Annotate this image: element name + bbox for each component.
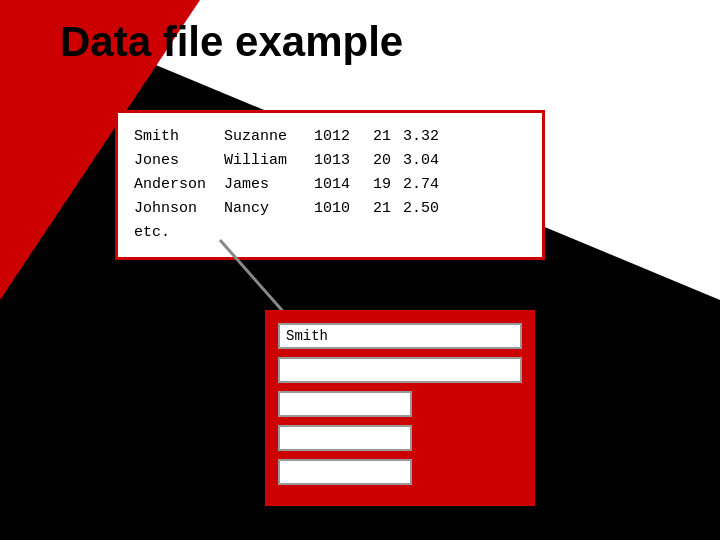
- cell-fname: Nancy: [224, 197, 314, 221]
- cell-gpa: 2.74: [394, 173, 444, 197]
- cell-name: Anderson: [134, 173, 224, 197]
- cell-name: Jones: [134, 149, 224, 173]
- table-row: Jones William 1013 20 3.04: [134, 149, 526, 173]
- cell-age: 21: [364, 197, 394, 221]
- table-row: Anderson James 1014 19 2.74: [134, 173, 526, 197]
- smith-field-3: [278, 391, 412, 417]
- cell-id: 1012: [314, 125, 364, 149]
- smith-record-card: Smith: [265, 310, 535, 506]
- cell-gpa: 3.32: [394, 125, 444, 149]
- cell-fname: Suzanne: [224, 125, 314, 149]
- cell-name: Johnson: [134, 197, 224, 221]
- cell-age: 21: [364, 125, 394, 149]
- smith-name-field: Smith: [278, 323, 522, 349]
- cell-id: 1013: [314, 149, 364, 173]
- cell-age: 20: [364, 149, 394, 173]
- cell-fname: James: [224, 173, 314, 197]
- data-table: Smith Suzanne 1012 21 3.32 Jones William…: [134, 125, 526, 245]
- cell-fname: William: [224, 149, 314, 173]
- cell-gpa: 2.50: [394, 197, 444, 221]
- cell-name: Smith: [134, 125, 224, 149]
- smith-field-2: [278, 357, 522, 383]
- table-row: Johnson Nancy 1010 21 2.50: [134, 197, 526, 221]
- cell-gpa: 3.04: [394, 149, 444, 173]
- data-card: Smith Suzanne 1012 21 3.32 Jones William…: [115, 110, 545, 260]
- cell-age: 19: [364, 173, 394, 197]
- smith-field-4: [278, 425, 412, 451]
- cell-id: 1014: [314, 173, 364, 197]
- page-title: Data file example: [60, 18, 403, 66]
- cell-id: 1010: [314, 197, 364, 221]
- smith-field-5: [278, 459, 412, 485]
- table-row: Smith Suzanne 1012 21 3.32: [134, 125, 526, 149]
- table-row: etc.: [134, 221, 526, 245]
